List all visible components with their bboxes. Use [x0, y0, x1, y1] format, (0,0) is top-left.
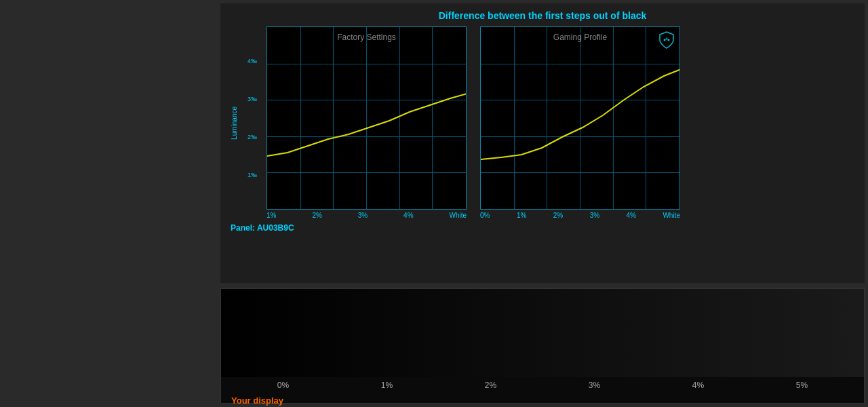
bottom-section: 0% 1% 2% 3% 4% 5% Your display: [220, 288, 865, 404]
gaming-profile-chart: Gaming Profile: [480, 26, 680, 219]
panel-label: Panel: AU03B9C: [231, 223, 854, 233]
y-axis-ticks: 4‰ 3‰ 2‰ 1‰: [248, 26, 260, 210]
gaming-x-labels: 0% 1% 2% 3% 4% White: [480, 210, 680, 219]
your-display-label: Your display: [221, 393, 864, 407]
left-panel: [0, 0, 217, 407]
charts-row: Luminance 4‰ 3‰ 2‰ 1‰: [231, 26, 854, 219]
svg-rect-4: [221, 289, 864, 377]
factory-x-labels: 1% 2% 3% 4% White: [267, 210, 467, 219]
factory-curve: [267, 27, 467, 210]
top-section: Difference between the first steps out o…: [220, 3, 865, 283]
gaming-profile-chart-box: Gaming Profile: [480, 26, 680, 210]
chart-title: Difference between the first steps out o…: [231, 10, 854, 21]
bottom-x-labels: 0% 1% 2% 3% 4% 5%: [221, 377, 864, 393]
gaming-curve: [481, 27, 680, 210]
right-content: Difference between the first steps out o…: [217, 0, 868, 407]
factory-settings-chart-box: Factory Settings: [267, 26, 467, 210]
bottom-chart-area: [221, 289, 864, 377]
y-axis-label: Luminance: [231, 106, 238, 140]
bottom-chart-svg: [221, 289, 864, 377]
page-layout: Difference between the first steps out o…: [0, 0, 868, 407]
factory-settings-chart: Factory Settings 1% 2% 3% 4% White: [267, 26, 467, 219]
